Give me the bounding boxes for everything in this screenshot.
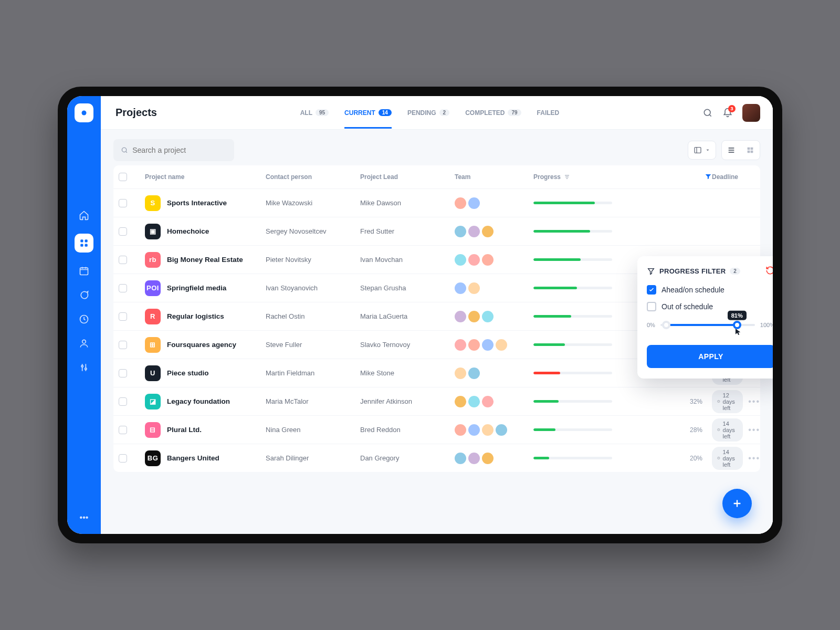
row-checkbox[interactable]	[119, 426, 127, 434]
team-avatar	[468, 226, 480, 237]
row-checkbox[interactable]	[119, 199, 127, 207]
nav-time-icon[interactable]	[78, 313, 90, 325]
bell-icon[interactable]: 3	[722, 108, 733, 118]
user-avatar[interactable]	[742, 104, 760, 122]
progress-cell	[533, 400, 649, 403]
project-icon: U	[145, 365, 161, 381]
list-view-button[interactable]	[722, 141, 741, 160]
row-checkbox[interactable]	[119, 256, 127, 264]
project-lead: Stepan Grusha	[360, 284, 455, 292]
nav-settings-icon[interactable]	[78, 362, 90, 373]
project-icon: BG	[145, 450, 161, 466]
row-more-icon[interactable]: •••	[748, 454, 760, 463]
tab-completed[interactable]: COMPLETED79	[465, 97, 521, 129]
team-avatar	[482, 396, 494, 407]
tab-failed[interactable]: FAILED	[537, 97, 560, 129]
project-name: Plural Ltd.	[167, 426, 202, 434]
tab-current[interactable]: CURRENT14	[344, 97, 392, 129]
contact-person: Pieter Novitsky	[266, 256, 360, 264]
tab-pending[interactable]: PENDING2	[407, 97, 449, 129]
progress-cell	[533, 258, 649, 261]
team-avatar	[468, 254, 480, 266]
slider-fill	[666, 324, 737, 326]
svg-point-0	[82, 111, 87, 116]
project-name: Bangers United	[167, 454, 219, 462]
row-checkbox[interactable]	[119, 454, 127, 463]
row-more-icon[interactable]: •••	[748, 397, 760, 406]
table-row[interactable]: SSports InteractiveMike WazowskiMike Daw…	[113, 188, 760, 217]
row-checkbox[interactable]	[119, 341, 127, 349]
row-checkbox[interactable]	[119, 284, 127, 292]
project-icon: ◪	[145, 394, 161, 410]
search-input[interactable]	[132, 146, 227, 154]
table-row[interactable]: ◪Legacy foundationMaria McTalorJennifer …	[113, 387, 760, 415]
team-avatar	[468, 368, 480, 379]
team-avatar	[455, 226, 466, 237]
add-project-fab[interactable]	[722, 489, 752, 518]
team-avatar	[468, 424, 480, 436]
filter-icon	[705, 173, 712, 180]
slider-tooltip: 81%	[728, 311, 747, 320]
project-lead: Fred Sutter	[360, 227, 455, 235]
search-box[interactable]	[113, 139, 234, 161]
col-deadline[interactable]: Deadline	[712, 173, 755, 181]
team-avatar	[496, 339, 507, 351]
project-lead: Bred Reddon	[360, 426, 455, 434]
plus-icon	[731, 498, 743, 509]
col-project[interactable]: Project name	[145, 173, 266, 181]
nav-calendar-icon[interactable]	[78, 265, 90, 277]
team-avatars	[455, 339, 533, 351]
select-all-checkbox[interactable]	[119, 173, 127, 181]
deadline-cell: 14 days left•••	[712, 418, 760, 442]
filter-indicator[interactable]	[705, 173, 712, 182]
reset-filter-button[interactable]	[765, 266, 773, 277]
filter-option-ahead[interactable]: Ahead/on schedule	[647, 285, 773, 295]
notification-badge: 3	[728, 105, 736, 112]
cursor-icon	[733, 327, 742, 339]
project-lead: Slavko Ternovoy	[360, 341, 455, 349]
row-more-icon[interactable]: •••	[748, 425, 760, 435]
slider-track[interactable]: 81%	[660, 324, 755, 326]
svg-rect-15	[748, 151, 750, 153]
nav-icons	[75, 209, 93, 373]
slider-thumb-low[interactable]	[662, 321, 670, 329]
row-checkbox[interactable]	[119, 227, 127, 236]
row-checkbox[interactable]	[119, 369, 127, 377]
table-row[interactable]: ⊟Plural Ltd.Nina GreenBred Reddon28%14 d…	[113, 415, 760, 444]
screen: ••• Projects ALL95CURRENT14PENDING2COMPL…	[67, 96, 773, 534]
row-checkbox[interactable]	[119, 312, 127, 321]
sidebar: •••	[67, 96, 101, 534]
col-team[interactable]: Team	[455, 173, 533, 181]
nav-home-icon[interactable]	[78, 209, 90, 221]
team-avatar	[455, 396, 466, 407]
team-avatar	[455, 368, 466, 379]
progress-cell	[533, 230, 649, 233]
tab-all[interactable]: ALL95	[300, 97, 329, 129]
nav-user-icon[interactable]	[78, 338, 90, 349]
team-avatar	[468, 311, 480, 322]
svg-rect-2	[85, 239, 88, 242]
grid-view-button[interactable]	[741, 141, 760, 160]
contact-person: Steve Fuller	[266, 341, 360, 349]
filter-option-out[interactable]: Out of schedule	[647, 302, 773, 311]
apply-button[interactable]: APPLY	[647, 345, 773, 368]
nav-more-icon[interactable]: •••	[78, 512, 90, 523]
nav-chat-icon[interactable]	[78, 289, 90, 301]
project-name: Homechoice	[167, 227, 209, 235]
checkbox-checked-icon	[647, 285, 656, 295]
col-contact[interactable]: Contact person	[266, 173, 360, 181]
columns-button[interactable]	[688, 141, 716, 160]
svg-rect-16	[751, 151, 753, 153]
col-lead[interactable]: Project Lead	[360, 173, 455, 181]
page-title: Projects	[116, 107, 157, 119]
team-avatar	[482, 226, 494, 237]
nav-projects-icon[interactable]	[75, 234, 93, 253]
team-avatar	[496, 424, 507, 436]
table-row[interactable]: ▣HomechoiceSergey NovoseltcevFred Sutter	[113, 217, 760, 245]
col-progress[interactable]: Progress	[533, 173, 649, 181]
table-row[interactable]: BGBangers UnitedSarah DilingerDan Gregor…	[113, 444, 760, 472]
search-icon[interactable]	[702, 108, 713, 118]
team-avatar	[455, 453, 466, 464]
row-checkbox[interactable]	[119, 397, 127, 406]
app-logo[interactable]	[75, 103, 93, 122]
